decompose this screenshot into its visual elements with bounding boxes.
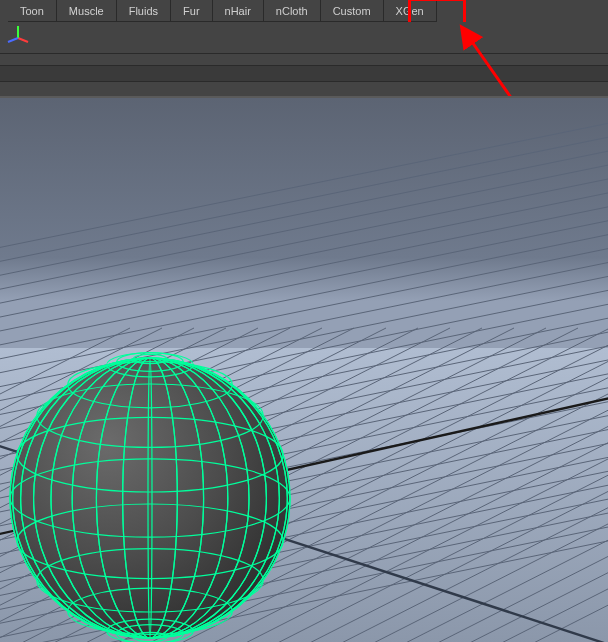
tab-nhair[interactable]: nHair: [213, 0, 264, 22]
svg-line-0: [18, 38, 28, 42]
tab-fluids[interactable]: Fluids: [117, 0, 171, 22]
app-root: Toon Muscle Fluids Fur nHair nCloth Cust…: [0, 0, 608, 642]
toolbar-strip-2: [0, 54, 608, 66]
tab-xgen[interactable]: XGen: [384, 0, 437, 22]
toolbar-strip: [0, 22, 608, 54]
tab-custom[interactable]: Custom: [321, 0, 384, 22]
shelf-tab-row: Toon Muscle Fluids Fur nHair nCloth Cust…: [0, 0, 608, 22]
tab-ncloth[interactable]: nCloth: [264, 0, 321, 22]
tab-muscle[interactable]: Muscle: [57, 0, 117, 22]
view-axis-icon: [6, 24, 30, 48]
tab-fur[interactable]: Fur: [171, 0, 213, 22]
viewport-3d[interactable]: [0, 96, 608, 642]
svg-line-2: [8, 38, 18, 42]
toolbar-strip-3: [0, 66, 608, 82]
tab-toon[interactable]: Toon: [8, 0, 57, 22]
